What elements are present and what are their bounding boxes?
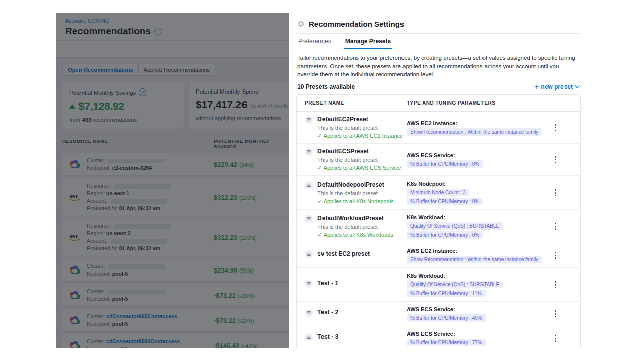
preset-options-menu-button[interactable] — [553, 187, 558, 198]
presets-count: 10 Presets available — [297, 83, 355, 90]
tuning-parameters-cell: AWS ECS Service:% Buffer for CPU/Memory … — [407, 330, 536, 346]
presets-toolbar: 10 Presets available + new preset — [297, 83, 580, 90]
tuning-parameter-pill: % Buffer for CPU/Memory : 49% — [407, 314, 486, 322]
preset-drag-icon — [305, 215, 313, 223]
preset-info-cell: DefaultWorkloadPresetThis is the default… — [305, 215, 407, 238]
preset-name: DefaultNodepoolPreset — [317, 181, 394, 189]
panel-header: Recommendation Settings — [296, 13, 581, 34]
preset-row[interactable]: Test - 2AWS ECS Service:% Buffer for CPU… — [297, 302, 580, 326]
settings-tab-group: Preferences Manage Presets — [296, 34, 581, 49]
tuning-parameters-cell: AWS EC2 Instance:Show Recommendation : W… — [407, 120, 536, 136]
preset-drag-icon — [305, 280, 313, 288]
preset-type-label: AWS ECS Service: — [407, 306, 536, 313]
new-preset-button[interactable]: + new preset — [535, 83, 580, 90]
preset-options-menu-button[interactable] — [553, 154, 558, 165]
tuning-parameter-pill: Show Recommendation : Within the same in… — [407, 128, 542, 136]
preset-type-label: AWS EC2 Instance: — [407, 120, 536, 127]
preset-description: This is the default preset — [317, 156, 401, 163]
preset-info-cell: DefaultECSPresetThis is the default pres… — [305, 148, 407, 171]
tuning-parameters-cell: K8s Workload:Quality Of Service (QoS) : … — [407, 214, 536, 239]
preset-info-cell: DefaultEC2PresetThis is the default pres… — [305, 116, 407, 139]
preset-text: DefaultEC2PresetThis is the default pres… — [317, 116, 403, 139]
app-window: Account: CCM-NG Recommendations i Open R… — [56, 13, 588, 348]
preset-row[interactable]: Test - 1K8s Workload:Quality Of Service … — [297, 268, 580, 302]
preset-options-menu-button[interactable] — [553, 279, 558, 290]
tuning-parameter-pill: % Buffer for CPU/Memory : 0% — [407, 160, 483, 168]
gear-icon — [297, 20, 305, 28]
tuning-parameter-pill: Quality Of Service (QoS) : BURSTABLE — [407, 222, 503, 230]
tuning-parameter-pill: Quality Of Service (QoS) : BURSTABLE — [407, 281, 503, 288]
recommendation-settings-panel: Recommendation Settings Preferences Mana… — [289, 13, 588, 348]
preset-row[interactable]: Test - 3AWS ECS Service:% Buffer for CPU… — [297, 326, 580, 348]
preset-name-column-header: PRESET NAME — [305, 100, 407, 106]
preset-name: DefaultEC2Preset — [317, 116, 403, 123]
tuning-parameter-pill: % Buffer for CPU/Memory : 0% — [407, 231, 483, 239]
preset-options-menu-button[interactable] — [553, 221, 558, 232]
tab-preferences[interactable]: Preferences — [297, 34, 332, 49]
tuning-parameter-pill: % Buffer for CPU/Memory : 0% — [407, 198, 483, 205]
preset-type-label: AWS EC2 Instance: — [407, 247, 536, 254]
applies-to-all-label: ✓ Applies to all K8s Nodepools — [317, 198, 394, 205]
preset-text: DefaultECSPresetThis is the default pres… — [317, 148, 401, 171]
tuning-parameter-pill: Minimum Node Count : 3 — [407, 189, 469, 196]
preset-type-label: AWS ECS Service: — [407, 330, 536, 337]
preset-description: This is the default preset — [317, 124, 403, 131]
tuning-parameters-cell: AWS ECS Service:% Buffer for CPU/Memory … — [407, 306, 536, 322]
panel-title: Recommendation Settings — [309, 19, 404, 29]
chevron-down-icon — [575, 85, 580, 88]
preset-info-cell: Test - 3 — [305, 333, 407, 343]
preset-name: DefaultECSPreset — [317, 148, 401, 155]
tuning-parameters-column-header: TYPE AND TUNING PARAMETERS — [407, 100, 572, 106]
presets-table-header: PRESET NAME TYPE AND TUNING PARAMETERS — [297, 95, 580, 112]
screenshot-canvas: Account: CCM-NG Recommendations i Open R… — [0, 0, 644, 362]
tuning-parameter-pill: % Buffer for CPU/Memory : 77% — [407, 339, 486, 346]
applies-to-all-label: ✓ Applies to all K8s Workloads — [317, 231, 393, 238]
preset-info-cell: Test - 1 — [305, 280, 407, 290]
preset-info-cell: DefaultNodepoolPresetThis is the default… — [305, 181, 407, 205]
preset-options-menu-button[interactable] — [553, 333, 558, 344]
presets-table: PRESET NAME TYPE AND TUNING PARAMETERS D… — [296, 94, 581, 348]
preset-drag-icon — [305, 250, 313, 258]
preset-drag-icon — [305, 148, 313, 156]
tuning-parameters-cell: K8s Workload:Quality Of Service (QoS) : … — [407, 272, 536, 297]
preset-text: sv test EC2 preset — [317, 250, 370, 260]
preset-text: Test - 3 — [317, 333, 338, 343]
preset-type-label: K8s Workload: — [407, 214, 536, 221]
preset-row[interactable]: sv test EC2 presetAWS EC2 Instance:Show … — [297, 243, 580, 268]
preset-name: Test - 2 — [317, 309, 338, 316]
preset-drag-icon — [305, 181, 313, 189]
modal-overlay[interactable] — [56, 13, 289, 348]
presets-description: Tailor recommendations to your preferenc… — [297, 54, 580, 79]
applies-to-all-label: ✓ Applies to all AWS ECS Service — [317, 164, 401, 171]
preset-row[interactable]: DefaultNodepoolPresetThis is the default… — [297, 176, 580, 210]
preset-description: This is the default preset — [317, 223, 393, 230]
preset-options-menu-button[interactable] — [553, 308, 558, 319]
preset-options-menu-button[interactable] — [553, 250, 558, 261]
preset-type-label: K8s Nodepool: — [407, 180, 536, 187]
preset-text: DefaultWorkloadPresetThis is the default… — [317, 215, 393, 238]
applies-to-all-label: ✓ Applies to all AWS EC2 Instance — [317, 132, 403, 139]
preset-type-label: AWS ECS Service: — [407, 152, 536, 159]
tab-manage-presets[interactable]: Manage Presets — [344, 34, 392, 49]
preset-text: Test - 2 — [317, 309, 338, 319]
preset-type-label: K8s Workload: — [407, 272, 536, 279]
preset-name: sv test EC2 preset — [317, 250, 370, 258]
tuning-parameters-cell: AWS ECS Service:% Buffer for CPU/Memory … — [407, 152, 536, 168]
preset-options-menu-button[interactable] — [553, 122, 558, 133]
recommendations-page: Account: CCM-NG Recommendations i Open R… — [56, 13, 289, 348]
preset-drag-icon — [305, 116, 313, 124]
tuning-parameter-pill: Show Recommendation : Within the same in… — [407, 256, 542, 263]
preset-name: DefaultWorkloadPreset — [317, 215, 393, 222]
presets-table-body: DefaultEC2PresetThis is the default pres… — [297, 112, 580, 348]
preset-drag-icon — [305, 333, 313, 341]
preset-name: Test - 3 — [317, 333, 338, 341]
preset-row[interactable]: DefaultEC2PresetThis is the default pres… — [297, 112, 580, 144]
preset-row[interactable]: DefaultWorkloadPresetThis is the default… — [297, 210, 580, 243]
preset-description: This is the default preset — [317, 190, 394, 197]
preset-row[interactable]: DefaultECSPresetThis is the default pres… — [297, 144, 580, 176]
preset-info-cell: sv test EC2 preset — [305, 250, 407, 260]
tuning-parameters-cell: K8s Nodepool:Minimum Node Count : 3% Buf… — [407, 180, 536, 205]
plus-icon: + — [535, 83, 539, 90]
tuning-parameter-pill: % Buffer for CPU/Memory : 11% — [407, 290, 486, 297]
preset-name: Test - 1 — [317, 280, 338, 287]
